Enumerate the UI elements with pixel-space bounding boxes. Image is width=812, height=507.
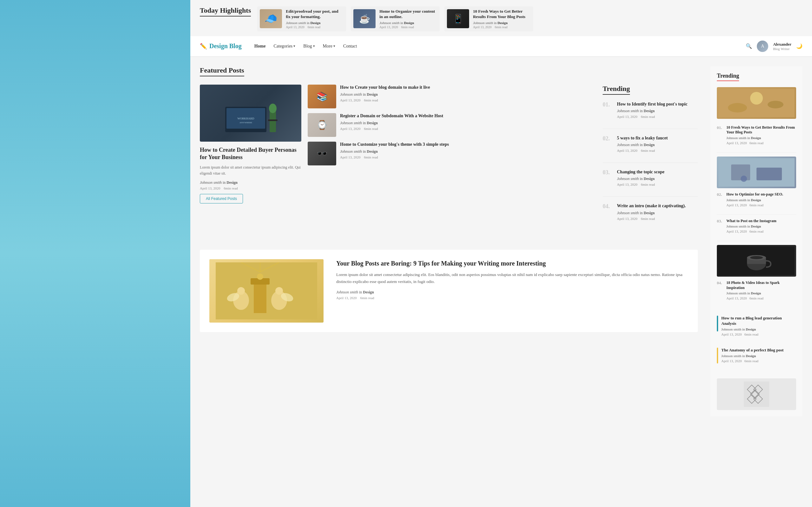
sidebar-img-block-2 (717, 157, 796, 188)
wide-post-date: April 13, 2020 6min read (336, 296, 688, 300)
sidebar-item-content-4: 18 Photo & Video Ideas to Spark Inspirat… (726, 280, 796, 304)
user-name: Alexander (773, 42, 792, 47)
wide-post[interactable]: Your Blog Posts are Boring: 9 Tips for M… (200, 250, 698, 332)
featured-list-author-3: Johnson smith in Design (340, 149, 449, 154)
svg-point-12 (237, 287, 245, 295)
categories-chevron: ▾ (293, 44, 295, 48)
featured-main-title: How to Create Detailed Buyer Personas fo… (200, 147, 301, 161)
sidebar-numbered-item-3[interactable]: 03. What to Post on the Instagram Johnso… (717, 219, 796, 241)
trending-content-1: How to Identify first blog post's topic … (617, 101, 687, 122)
svg-rect-8 (254, 281, 266, 313)
featured-main-excerpt: Lorem ipsum dolor sit amet consectetur i… (200, 164, 301, 176)
highlight-card-title-2: Home to Organize your content in an outl… (379, 9, 437, 20)
highlight-card-date-1: April 13, 2020 6min read (286, 25, 344, 29)
svg-point-21 (750, 92, 763, 105)
trending-item-3[interactable]: 03. Changing the topic scope Johnson smi… (603, 169, 698, 197)
featured-list-content-2: Register a Domain or Subdomain With a We… (340, 113, 443, 134)
featured-main-img: WORKHARD ANYWHERE (200, 84, 301, 142)
wide-post-content: Your Blog Posts are Boring: 9 Tips for M… (336, 259, 688, 303)
avatar: A (757, 41, 768, 52)
trending-item-4[interactable]: 04. Write an intro (make it captivating)… (603, 203, 698, 230)
featured-grid: WORKHARD ANYWHERE How to Create Detailed… (200, 84, 698, 237)
featured-list-img-watch: ⌚ (308, 113, 336, 137)
sidebar-num-1: 01. (717, 125, 724, 130)
nav-blog[interactable]: Blog ▾ (303, 44, 315, 49)
sidebar-numbered-item-4[interactable]: 04. 18 Photo & Video Ideas to Spark Insp… (717, 280, 796, 308)
nav-categories[interactable]: Categories ▾ (273, 44, 295, 49)
sidebar-num-2: 02. (717, 192, 724, 197)
highlight-card-title-3: 10 Fresh Ways to Get Better Results From… (473, 9, 531, 20)
wide-post-excerpt: Lorem ipsum dolor sit amet consectetur a… (336, 271, 688, 285)
highlight-post-title-1: How to run a Blog lead generation Analys… (721, 316, 796, 326)
right-sidebar: Trending (711, 66, 803, 416)
featured-list-content-1: How to Create your blog domain to make i… (340, 84, 430, 106)
angelic-illustration (209, 259, 323, 323)
trending-item-title-3: Changing the topic scope (617, 169, 664, 175)
all-featured-posts-button[interactable]: All Featured Posts (200, 194, 243, 204)
svg-rect-33 (744, 382, 769, 407)
trending-list: 01. How to Identify first blog post's to… (603, 101, 698, 231)
sidebar-numbered-item-2[interactable]: 02. How to Optimize for on-page SEO. Joh… (717, 192, 796, 215)
trending-content-4: Write an intro (make it captivating). Jo… (617, 203, 686, 224)
highlight-card-3[interactable]: 📱 10 Fresh Ways to Get Better Results Fr… (444, 6, 533, 32)
nav-links: Home Categories ▾ Blog ▾ More ▾ Contact (254, 44, 733, 49)
trending-item-title-2: 5 ways to fix a leaky faucet (617, 135, 668, 141)
highlight-post-1[interactable]: How to run a Blog lead generation Analys… (717, 316, 796, 344)
trending-section: Trending 01. How to Identify first blog … (603, 84, 698, 237)
highlight-bar-yellow (717, 348, 718, 363)
svg-point-27 (741, 176, 747, 182)
highlight-card-title-1: Edit/proofread your post, and fix your f… (286, 9, 344, 20)
pattern-svg (744, 382, 769, 407)
logo[interactable]: ✏️ Design Blog (200, 43, 242, 50)
svg-text:ANYWHERE: ANYWHERE (240, 121, 252, 124)
highlight-card-meta-2: Johnson smith in Design (379, 21, 437, 25)
pattern-box (717, 378, 796, 410)
logo-icon: ✏️ (200, 43, 207, 50)
sidebar-num-3: 03. (717, 219, 724, 224)
trending-content-3: Changing the topic scope Johnson smith i… (617, 169, 664, 190)
nav-right: 🔍 A Alexander Blog Writer 🌙 (746, 41, 803, 52)
featured-list-item-3[interactable]: 🕶️ Home to Customize your blog's theme w… (308, 142, 596, 165)
sidebar-big-img-flat-lay (717, 157, 796, 188)
svg-point-32 (750, 256, 763, 259)
nav-more[interactable]: More ▾ (323, 44, 335, 49)
dark-mode-toggle[interactable]: 🌙 (796, 43, 803, 49)
highlight-card-content-2: Home to Organize your content in an outl… (379, 9, 437, 29)
nav-home[interactable]: Home (254, 44, 266, 49)
sidebar-numbered-list: 01. 10 Fresh Ways to Get Better Results … (717, 125, 796, 308)
search-icon[interactable]: 🔍 (746, 43, 752, 49)
laptop-illustration: WORKHARD ANYWHERE (219, 91, 282, 135)
blog-layout: Featured Posts WORKHARD ANYWHERE (190, 57, 812, 426)
highlight-post-2[interactable]: The Anatomy of a perfect Blog post Johns… (717, 348, 796, 371)
trending-num-2: 02. (603, 135, 612, 142)
trending-item-1[interactable]: 01. How to Identify first blog post's to… (603, 101, 698, 129)
featured-list-item-1[interactable]: 📚 How to Create your blog domain to make… (308, 84, 596, 108)
highlight-card-2[interactable]: ☕ Home to Organize your content in an ou… (351, 6, 440, 32)
sidebar-num-4: 04. (717, 280, 724, 285)
highlight-card-img-3: 📱 (447, 9, 469, 28)
svg-point-22 (728, 103, 747, 112)
featured-list-date-3: April 13, 2020 6min read (340, 155, 449, 159)
highlight-card-1[interactable]: 🧢 Edit/proofread your post, and fix your… (257, 6, 346, 32)
nav-contact[interactable]: Contact (343, 44, 357, 49)
logo-text: Design Blog (209, 43, 242, 50)
featured-list-author-1: Johnson smith in Design (340, 92, 430, 97)
highlight-card-meta-3: Johnson smith in Design (473, 21, 531, 25)
user-info: Alexander Blog Writer (773, 42, 792, 51)
more-chevron: ▾ (334, 44, 335, 48)
sidebar-numbered-item-1[interactable]: 01. 10 Fresh Ways to Get Better Results … (717, 125, 796, 153)
sidebar-big-img-coffee-cup (717, 245, 796, 277)
featured-main-date: April 13, 2020 6min read (200, 186, 301, 190)
sidebar-img-block-1 (717, 87, 796, 119)
today-highlights-section: Today Highlights 🧢 Edit/proofread your p… (190, 0, 812, 36)
featured-list-date-1: April 13, 2020 6min read (340, 98, 430, 102)
main-content: Today Highlights 🧢 Edit/proofread your p… (190, 0, 812, 507)
featured-list-author-2: Johnson smith in Design (340, 121, 443, 125)
page-wrapper: Today Highlights 🧢 Edit/proofread your p… (0, 0, 812, 507)
wide-post-title: Your Blog Posts are Boring: 9 Tips for M… (336, 259, 688, 268)
svg-rect-6 (268, 119, 277, 121)
blog-chevron: ▾ (313, 44, 315, 48)
featured-list-item-2[interactable]: ⌚ Register a Domain or Subdomain With a … (308, 113, 596, 137)
trending-item-2[interactable]: 02. 5 ways to fix a leaky faucet Johnson… (603, 135, 698, 163)
flat-lay-svg (718, 158, 795, 187)
